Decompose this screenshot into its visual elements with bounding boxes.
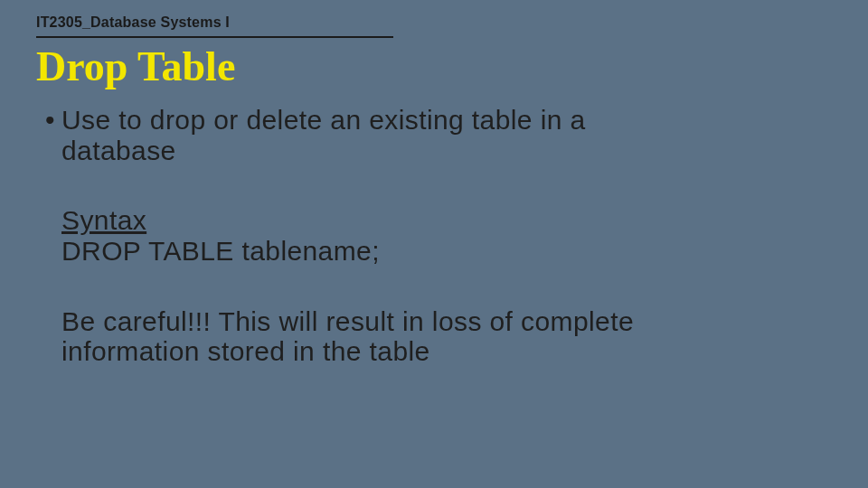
- syntax-block: Syntax DROP TABLE tablename;: [36, 205, 640, 266]
- syntax-label: Syntax: [61, 205, 146, 235]
- warning-text: Be careful!!! This will result in loss o…: [36, 306, 640, 367]
- slide-body: • Use to drop or delete an existing tabl…: [36, 105, 832, 367]
- bullet-dot-icon: •: [45, 105, 55, 136]
- header-rule: [36, 36, 393, 38]
- slide: IT2305_Database Systems I Drop Table • U…: [0, 0, 868, 488]
- bullet-item: • Use to drop or delete an existing tabl…: [36, 105, 640, 165]
- syntax-code: DROP TABLE tablename;: [61, 236, 380, 266]
- bullet-text: Use to drop or delete an existing table …: [61, 105, 586, 165]
- course-header: IT2305_Database Systems I: [36, 14, 832, 36]
- slide-title: Drop Table: [36, 45, 832, 89]
